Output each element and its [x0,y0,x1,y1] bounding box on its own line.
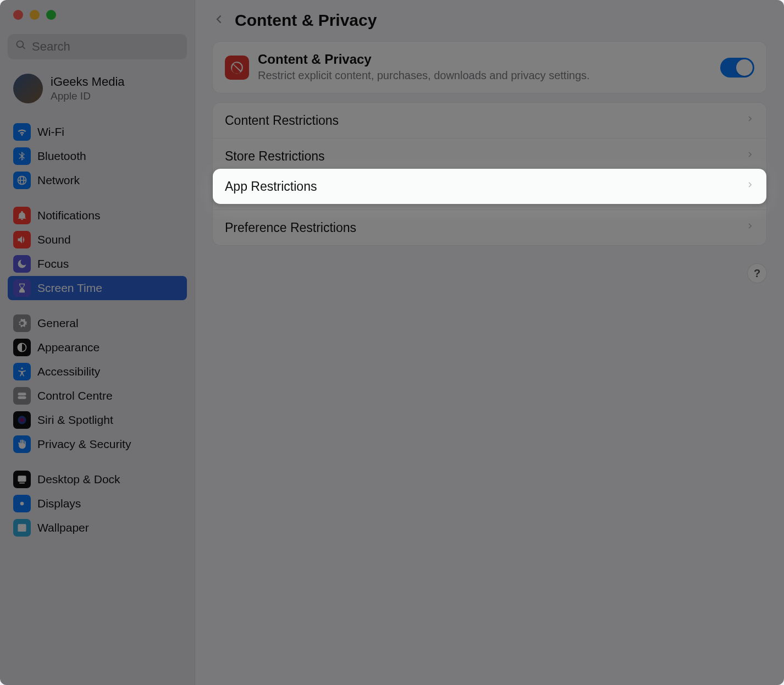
content-header: Content & Privacy [213,11,766,30]
row-label: Preference Restrictions [225,220,356,235]
sidebar-item-label: Bluetooth [37,150,86,163]
chevron-right-icon [747,113,754,128]
sidebar-item-control-centre[interactable]: Control Centre [8,384,187,408]
svg-rect-3 [18,396,26,399]
globe-icon [13,172,31,189]
sidebar-item-label: Notifications [37,209,100,222]
svg-point-4 [18,416,26,424]
content-pane: Content & Privacy Content & Privacy Rest… [195,0,784,685]
bell-icon [13,207,31,224]
preference-restrictions-row[interactable]: Preference Restrictions [213,209,766,245]
svg-rect-2 [18,393,26,395]
sidebar-item-wallpaper[interactable]: Wallpaper [8,516,187,540]
search-icon [15,40,26,54]
hand-icon [13,435,31,453]
sidebar-nav: Wi-FiBluetoothNetworkNotificationsSoundF… [0,114,195,545]
sidebar-item-label: Screen Time [37,281,102,295]
sidebar-item-siri-spotlight[interactable]: Siri & Spotlight [8,408,187,432]
sidebar: Search iGeeks Media Apple ID Wi-FiBlueto… [0,0,195,685]
row-label: Content Restrictions [225,113,339,128]
hero-subtitle: Restrict explicit content, purchases, do… [258,68,711,83]
account-name: iGeeks Media [51,75,125,89]
sidebar-item-label: Displays [37,497,81,510]
settings-window: Search iGeeks Media Apple ID Wi-FiBlueto… [0,0,784,685]
content-restrictions-row[interactable]: Content Restrictions [213,103,766,138]
hourglass-icon [13,279,31,297]
sidebar-item-displays[interactable]: Displays [8,491,187,516]
displays-icon [13,495,31,512]
sidebar-item-label: Focus [37,257,69,270]
apple-id-row[interactable]: iGeeks Media Apple ID [0,68,195,114]
svg-point-1 [21,368,23,369]
sidebar-item-general[interactable]: General [8,311,187,335]
gear-icon [13,314,31,332]
chevron-right-icon [747,220,754,235]
dock-icon [13,471,31,488]
svg-rect-6 [19,483,25,484]
sidebar-item-label: Privacy & Security [37,438,131,451]
sidebar-item-label: Accessibility [37,365,100,378]
window-controls [0,10,195,20]
avatar [13,74,43,103]
close-button[interactable] [13,10,23,20]
switches-icon [13,387,31,405]
sidebar-item-label: Desktop & Dock [37,473,120,486]
sidebar-item-label: Sound [37,233,71,246]
page-title: Content & Privacy [235,11,377,30]
sidebar-item-network[interactable]: Network [8,168,187,192]
sidebar-item-label: General [37,317,79,330]
sidebar-item-sound[interactable]: Sound [8,228,187,252]
chevron-right-icon [747,179,754,194]
svg-point-9 [19,526,21,527]
sidebar-item-label: Wallpaper [37,521,89,534]
sidebar-item-label: Appearance [37,341,100,354]
wifi-icon [13,123,31,141]
sidebar-item-appearance[interactable]: Appearance [8,335,187,360]
row-label: App Restrictions [225,179,317,194]
sidebar-item-label: Wi-Fi [37,125,64,139]
siri-icon [13,411,31,429]
sidebar-item-label: Siri & Spotlight [37,413,113,427]
minimize-button[interactable] [30,10,40,20]
content-privacy-toggle[interactable] [720,58,754,78]
sidebar-item-label: Control Centre [37,389,113,402]
sidebar-item-desktop-dock[interactable]: Desktop & Dock [8,467,187,491]
app-restrictions-row[interactable]: App Restrictions [213,169,766,204]
help-button[interactable]: ? [748,264,766,283]
svg-point-7 [20,502,24,506]
search-input[interactable]: Search [8,34,187,59]
sidebar-item-focus[interactable]: Focus [8,252,187,276]
sidebar-item-bluetooth[interactable]: Bluetooth [8,144,187,168]
content-privacy-icon [225,56,249,80]
maximize-button[interactable] [46,10,56,20]
svg-rect-5 [18,476,26,482]
moon-icon [13,255,31,273]
sidebar-item-label: Network [37,174,80,187]
chevron-right-icon [747,148,754,164]
sidebar-item-wi-fi[interactable]: Wi-Fi [8,120,187,144]
search-placeholder: Search [32,40,70,54]
sidebar-item-screen-time[interactable]: Screen Time [8,276,187,300]
sidebar-item-accessibility[interactable]: Accessibility [8,360,187,384]
wallpaper-icon [13,519,31,537]
accessibility-icon [13,363,31,380]
back-button[interactable] [213,12,225,29]
sidebar-item-privacy-security[interactable]: Privacy & Security [8,432,187,456]
sidebar-item-notifications[interactable]: Notifications [8,203,187,228]
hero-title: Content & Privacy [258,52,711,67]
sound-icon [13,231,31,248]
bluetooth-icon [13,147,31,165]
account-sub: Apple ID [51,90,125,102]
row-label: Store Restrictions [225,149,325,164]
appearance-icon [13,339,31,356]
content-privacy-card: Content & Privacy Restrict explicit cont… [213,42,766,93]
